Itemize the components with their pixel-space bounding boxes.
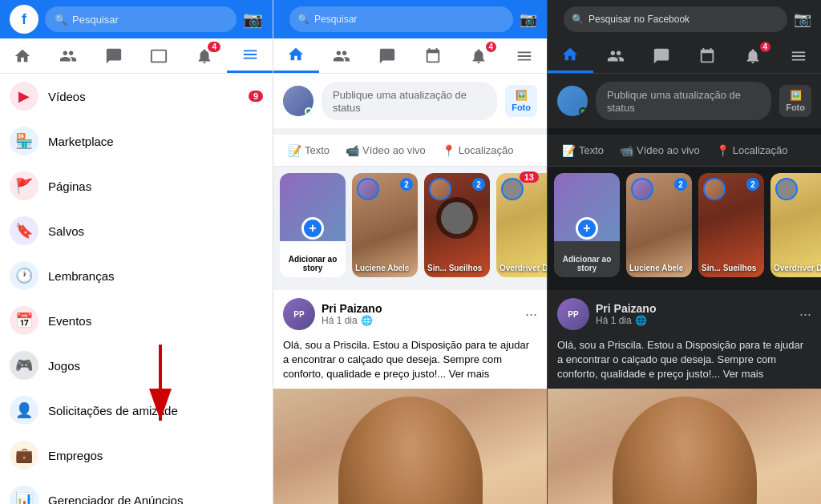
add-story-card[interactable]: + Adicionar ao story xyxy=(280,173,346,277)
middle-panel: 🔍 Pesquisar 📷 4 Publ xyxy=(273,0,547,504)
tab-localizacao[interactable]: 📍 Localização xyxy=(434,138,522,163)
search-icon: 🔍 xyxy=(55,14,67,26)
middle-post-more[interactable]: ··· xyxy=(525,306,537,323)
tab-video[interactable]: 📹 Vídeo ao vivo xyxy=(338,138,434,163)
middle-post-avatar: PP xyxy=(283,298,315,330)
middle-search[interactable]: 🔍 Pesquisar xyxy=(289,6,513,32)
tab-video-label: Vídeo ao vivo xyxy=(362,144,426,156)
menu-item-solicitacoes[interactable]: 👤 Solicitações de amizade xyxy=(0,388,273,433)
middle-nav-messenger[interactable] xyxy=(365,38,410,73)
right-foto-button[interactable]: 🖼️ Foto xyxy=(779,85,811,117)
middle-search-icon: 🔍 xyxy=(297,14,309,25)
story-3[interactable]: Overdriver Duo xyxy=(496,173,547,277)
right-user-avatar xyxy=(557,86,588,116)
paginas-icon: 🚩 xyxy=(10,171,38,200)
right-nav-calendar[interactable] xyxy=(684,38,730,73)
right-notifications-badge: 4 xyxy=(760,42,771,52)
middle-post-time: Há 1 dia 🌐 xyxy=(322,315,519,326)
videos-icon: ▶ xyxy=(10,82,38,111)
menu-item-marketplace[interactable]: 🏪 Marketplace xyxy=(0,119,273,163)
middle-post-text: Olá, sou a Priscila. Estou a Disposição … xyxy=(273,335,547,389)
right-story-3-avatar xyxy=(775,178,798,200)
right-nav-messenger[interactable] xyxy=(639,38,685,73)
notifications-badge: 4 xyxy=(208,42,220,52)
add-story-label: Adicionar ao story xyxy=(280,255,346,272)
right-story-2[interactable]: 2 Sin... Sueilhos xyxy=(698,173,764,277)
right-foto-label: Foto xyxy=(786,103,805,112)
right-status-input[interactable]: Publique uma atualização de status xyxy=(596,82,771,120)
add-story-plus-icon: + xyxy=(301,217,324,240)
right-panel: 🔍 Pesquisar no Facebook 📷 4 xyxy=(547,0,821,504)
middle-camera-icon[interactable]: 📷 xyxy=(520,10,537,28)
right-post-tabs: 📝 Texto 📹 Vídeo ao vivo 📍 Localização xyxy=(548,135,821,167)
right-post-more[interactable]: ··· xyxy=(799,306,811,323)
online-status-dot xyxy=(305,107,313,115)
middle-foto-button[interactable]: 🖼️ Foto xyxy=(505,85,537,117)
right-add-story[interactable]: + Adicionar ao story xyxy=(554,173,620,277)
story-1[interactable]: 2 Luciene Abele xyxy=(352,173,418,277)
middle-search-text: Pesquisar xyxy=(314,14,357,25)
right-camera-icon[interactable]: 📷 xyxy=(794,10,811,28)
nav-menu[interactable] xyxy=(227,38,273,73)
right-localizacao-icon: 📍 xyxy=(716,144,730,157)
menu-item-jogos[interactable]: 🎮 Jogos xyxy=(0,343,273,388)
menu-label-jogos: Jogos xyxy=(48,359,80,373)
menu-label-gerenciador: Gerenciador de Anúncios xyxy=(48,494,183,505)
salvos-icon: 🔖 xyxy=(10,216,38,245)
menu-item-eventos[interactable]: 📅 Eventos xyxy=(0,298,273,343)
right-tab-texto[interactable]: 📝 Texto xyxy=(554,138,612,163)
menu-item-videos[interactable]: ▶ Vídeos 9 xyxy=(0,74,273,119)
right-story-1-avatar xyxy=(631,178,653,200)
right-add-story-label: Adicionar ao story xyxy=(554,255,620,272)
menu-item-gerenciador[interactable]: 📊 Gerenciador de Anúncios xyxy=(0,478,273,504)
right-search[interactable]: 🔍 Pesquisar no Facebook xyxy=(564,6,787,32)
right-nav-notifications[interactable]: 4 xyxy=(730,38,775,73)
right-story-2-badge: 2 xyxy=(746,178,759,191)
story-2[interactable]: 2 Sin... Sueilhos xyxy=(424,173,490,277)
middle-nav-friends[interactable] xyxy=(319,38,365,73)
right-tab-localizacao[interactable]: 📍 Localização xyxy=(708,138,796,163)
nav-notifications[interactable]: 4 xyxy=(182,38,228,73)
facebook-logo[interactable]: f xyxy=(10,5,38,34)
right-nav-friends[interactable] xyxy=(593,38,639,73)
right-search-icon: 🔍 xyxy=(572,14,584,25)
right-nav-home[interactable] xyxy=(548,38,593,73)
story-2-name: Sin... Sueilhos xyxy=(427,264,487,272)
right-story-1[interactable]: 2 Luciene Abele xyxy=(626,173,692,277)
right-tab-video[interactable]: 📹 Vídeo ao vivo xyxy=(612,138,708,163)
menu-item-paginas[interactable]: 🚩 Páginas xyxy=(0,163,273,208)
right-story-3-name: Overdriver Duo xyxy=(774,264,821,272)
tab-texto[interactable]: 📝 Texto xyxy=(280,138,338,163)
middle-status-placeholder: Publique uma atualização de status xyxy=(333,89,467,114)
middle-nav-home[interactable] xyxy=(273,38,319,73)
nav-watch[interactable] xyxy=(136,38,182,73)
right-story-3[interactable]: Overdriver Duo xyxy=(770,173,821,277)
middle-nav-calendar[interactable] xyxy=(410,38,455,73)
right-search-text: Pesquisar no Facebook xyxy=(588,14,690,25)
story-3-name: Overdriver Duo xyxy=(499,264,547,272)
left-search-bar[interactable]: 🔍 Pesquisar xyxy=(45,6,237,32)
camera-icon[interactable]: 📷 xyxy=(243,10,263,29)
menu-label-salvos: Salvos xyxy=(48,224,84,238)
menu-item-salvos[interactable]: 🔖 Salvos xyxy=(0,208,273,253)
tab-localizacao-label: Localização xyxy=(459,144,514,156)
nav-messenger[interactable] xyxy=(91,38,136,73)
solicitacoes-icon: 👤 xyxy=(10,396,38,425)
menu-label-empregos: Empregos xyxy=(48,449,103,462)
menu-item-lembrancas[interactable]: 🕐 Lembranças xyxy=(0,253,273,298)
story-2-avatar xyxy=(429,178,451,200)
menu-item-empregos[interactable]: 💼 Empregos xyxy=(0,433,273,478)
middle-status-input[interactable]: Publique uma atualização de status xyxy=(322,82,497,120)
middle-nav-notifications[interactable]: 4 xyxy=(455,38,501,73)
nav-home[interactable] xyxy=(0,38,46,73)
right-tab-texto-label: Texto xyxy=(579,144,604,156)
middle-foto-label: Foto xyxy=(512,103,531,112)
right-nav-menu[interactable] xyxy=(775,38,821,73)
right-video-icon: 📹 xyxy=(620,144,633,157)
left-search-placeholder: Pesquisar xyxy=(72,14,119,26)
foto-icon: 🖼️ xyxy=(516,90,528,101)
nav-friends[interactable] xyxy=(46,38,91,73)
middle-nav-menu[interactable] xyxy=(501,38,547,73)
right-post-image xyxy=(548,389,821,504)
menu-label-eventos: Eventos xyxy=(48,314,91,328)
